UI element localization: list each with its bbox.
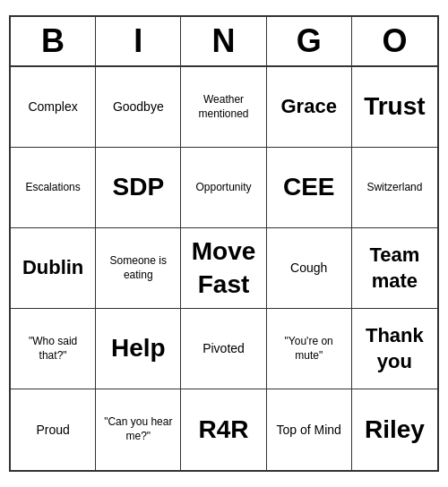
bingo-cell-17: Pivoted: [181, 309, 266, 389]
bingo-cell-5: Escalations: [11, 148, 96, 228]
header-letter-O: O: [352, 17, 437, 65]
bingo-card: BINGO ComplexGoodbyeWeather mentionedGra…: [9, 15, 439, 472]
header-letter-B: B: [11, 17, 96, 65]
header-letter-I: I: [96, 17, 181, 65]
bingo-cell-9: Switzerland: [352, 148, 437, 228]
bingo-cell-4: Trust: [352, 67, 437, 148]
bingo-cell-3: Grace: [267, 67, 352, 148]
bingo-cell-1: Goodbye: [96, 67, 181, 148]
header-letter-G: G: [267, 17, 352, 65]
bingo-cell-8: CEE: [267, 148, 352, 228]
bingo-cell-22: R4R: [181, 389, 266, 470]
header-letter-N: N: [181, 17, 266, 65]
bingo-cell-23: Top of Mind: [267, 389, 352, 470]
bingo-cell-6: SDP: [96, 148, 181, 228]
bingo-header: BINGO: [11, 17, 437, 67]
bingo-cell-18: "You're on mute": [267, 309, 352, 389]
bingo-cell-14: Team mate: [352, 228, 437, 309]
bingo-cell-0: Complex: [11, 67, 96, 148]
bingo-cell-12: Move Fast: [181, 228, 266, 309]
bingo-cell-16: Help: [96, 309, 181, 389]
bingo-cell-19: Thank you: [352, 309, 437, 389]
bingo-cell-24: Riley: [352, 389, 437, 470]
bingo-cell-7: Opportunity: [181, 148, 266, 228]
bingo-cell-2: Weather mentioned: [181, 67, 266, 148]
bingo-grid: ComplexGoodbyeWeather mentionedGraceTrus…: [11, 67, 437, 470]
bingo-cell-11: Someone is eating: [96, 228, 181, 309]
bingo-cell-21: "Can you hear me?": [96, 389, 181, 470]
bingo-cell-20: Proud: [11, 389, 96, 470]
bingo-cell-10: Dublin: [11, 228, 96, 309]
bingo-cell-15: "Who said that?": [11, 309, 96, 389]
bingo-cell-13: Cough: [267, 228, 352, 309]
